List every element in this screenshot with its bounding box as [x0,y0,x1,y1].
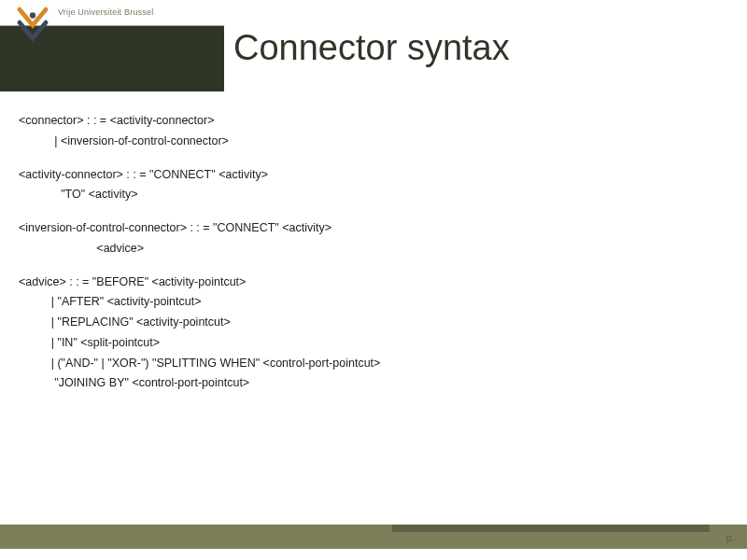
grammar-line: | ("AND-" | "XOR-") "SPLITTING WHEN" <co… [19,355,728,372]
grammar-line: "JOINING BY" <control-port-pointcut> [19,374,728,392]
grammar-line: | "AFTER" <activity-pointcut> [19,293,728,311]
footer-bar [0,525,747,549]
svg-point-0 [30,12,35,18]
grammar-content: <connector> : : = <activity-connector> |… [19,112,728,395]
grammar-line: <advice> [19,240,728,258]
footer-accent [392,525,710,532]
grammar-line: | "IN" <split-pointcut> [19,334,728,352]
grammar-line: <activity-connector> : : = "CONNECT" <ac… [19,166,728,184]
university-logo [13,6,52,45]
page-number-label: p. [726,533,734,543]
grammar-line: | "REPLACING" <activity-pointcut> [19,314,728,331]
grammar-line: "TO" <activity> [19,186,728,203]
grammar-line: <advice> : : = "BEFORE" <activity-pointc… [19,273,728,291]
grammar-line: <connector> : : = <activity-connector> [19,112,728,130]
university-name: Vrije Universiteit Brussel [58,7,153,17]
slide-title: Connector syntax [233,28,510,68]
grammar-line: | <inversion-of-control-connector> [19,133,728,150]
grammar-line: <inversion-of-control-connector> : : = "… [19,219,728,237]
